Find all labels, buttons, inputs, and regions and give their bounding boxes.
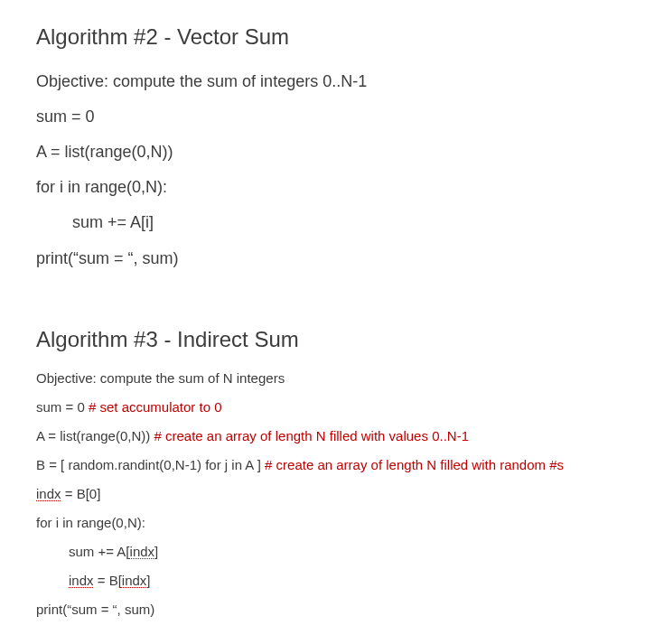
- code-text: sum += A[: [69, 544, 130, 559]
- algo2-code-line: for i in range(0,N):: [36, 176, 609, 199]
- code-text: = B[0]: [61, 486, 101, 501]
- code-comment: # create an array of length N filled wit…: [154, 428, 469, 443]
- code-comment: # set accumulator to 0: [89, 399, 222, 415]
- code-text: = B[: [94, 573, 122, 588]
- algo2-objective: Objective: compute the sum of integers 0…: [36, 70, 609, 93]
- code-comment: # create an array of length N filled wit…: [265, 457, 564, 472]
- spell-error-word: indx: [122, 573, 147, 588]
- code-text: ]: [154, 544, 158, 559]
- algo3-code-line: sum += A[indx]: [36, 542, 609, 561]
- algo2-code-line: sum += A[i]: [36, 211, 609, 234]
- algo3-code-line: B = [ random.randint(0,N-1) for j in A ]…: [36, 455, 609, 474]
- code-text: B = [ random.randint(0,N-1) for j in A ]: [36, 457, 265, 472]
- algo2-code-line: sum = 0: [36, 106, 609, 128]
- algo2-code-line: print(“sum = “, sum): [36, 247, 609, 270]
- algo3-objective: Objective: compute the sum of N integers: [36, 369, 609, 387]
- algo3-code-line: indx = B[0]: [36, 484, 609, 503]
- algo3-code-line: for i in range(0,N):: [36, 513, 609, 532]
- algorithm-3-section: Algorithm #3 - Indirect Sum Objective: c…: [36, 324, 609, 620]
- spell-error-word: indx: [130, 544, 155, 559]
- algo3-code-line: indx = B[indx]: [36, 571, 609, 590]
- algo3-code-line: sum = 0 # set accumulator to 0: [36, 397, 609, 416]
- algorithm-2-section: Algorithm #2 - Vector Sum Objective: com…: [36, 22, 609, 270]
- code-text: ]: [146, 573, 150, 588]
- algo3-title: Algorithm #3 - Indirect Sum: [36, 324, 609, 355]
- code-text: sum = 0: [36, 399, 89, 415]
- algo2-code-line: A = list(range(0,N)): [36, 141, 609, 163]
- code-text: A = list(range(0,N)): [36, 428, 154, 443]
- spell-error-word: indx: [36, 486, 61, 501]
- spell-error-word: indx: [69, 573, 94, 588]
- algo2-title: Algorithm #2 - Vector Sum: [36, 22, 609, 52]
- algo3-code-line: A = list(range(0,N)) # create an array o…: [36, 426, 609, 445]
- algo3-code-line: print(“sum = “, sum): [36, 600, 609, 619]
